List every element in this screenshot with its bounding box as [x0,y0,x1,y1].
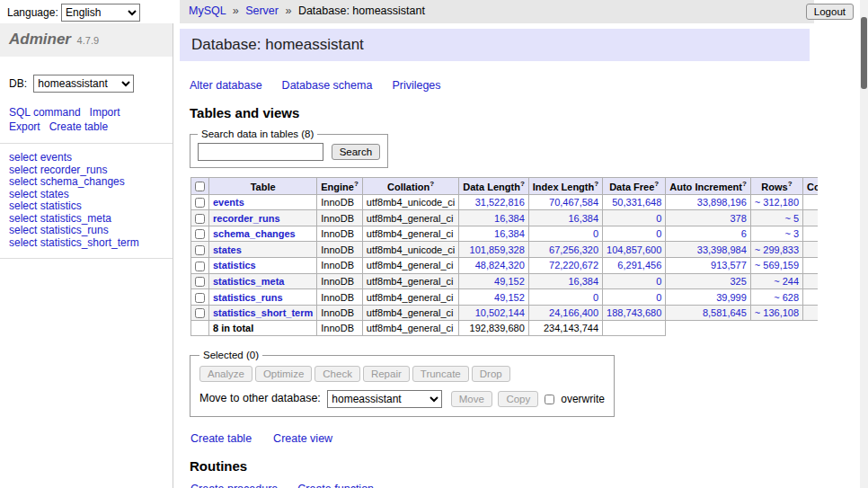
sidebar-table-link[interactable]: select statistics [9,200,164,213]
search-button[interactable]: Search [332,144,380,160]
data-free-cell: 0 [603,210,666,226]
rows-count-cell[interactable]: ~ 3 [750,226,802,242]
db-select[interactable]: homeassistant [33,75,134,93]
table-header-row: TableEngine?Collation?Data Length?Index … [191,178,819,195]
breadcrumb-server-link[interactable]: Server [245,4,279,17]
routine-link[interactable]: Create function [297,483,374,488]
language-select[interactable]: English [61,4,140,22]
rows-count-cell[interactable]: ~ 312,180 [750,194,802,210]
data-length-cell[interactable]: 16,384 [459,226,528,242]
column-header[interactable]: Index Length? [528,178,602,195]
selected-action-button[interactable]: Drop [472,366,510,382]
total-collation: utf8mb4_general_ci [362,321,458,336]
row-checkbox[interactable] [195,293,205,303]
index-length-cell[interactable]: 70,467,584 [528,194,602,210]
database-action-link[interactable]: Alter database [190,79,262,92]
rows-count-cell[interactable]: ~ 244 [750,273,802,289]
database-action-link[interactable]: Privileges [392,79,440,92]
select-all-checkbox[interactable] [195,182,205,191]
engine-cell: InnoDB [317,289,363,306]
row-checkbox[interactable] [195,229,205,239]
rows-count-cell[interactable]: ~ 136,108 [750,305,802,321]
index-length-cell[interactable]: 24,166,400 [528,305,602,321]
search-input[interactable] [198,143,323,161]
row-checkbox[interactable] [195,198,205,208]
selected-action-button[interactable]: Truncate [412,366,469,382]
column-header[interactable]: Auto Increment? [666,178,751,195]
scrollbar-thumb[interactable] [861,17,867,89]
sidebar-link[interactable]: Import [90,105,120,120]
rows-count-cell[interactable]: ~ 5 [750,210,802,226]
selected-action-button[interactable]: Check [314,366,360,382]
sidebar-table-link[interactable]: select recorder_runs [9,164,164,177]
sidebar-link[interactable]: Export [9,120,40,134]
column-header[interactable]: Collation? [362,178,458,195]
table-name-link[interactable]: states [213,244,242,255]
move-database-select[interactable]: homeassistant [327,390,442,408]
selected-action-button[interactable]: Repair [363,366,410,382]
create-link[interactable]: Create view [273,432,332,445]
table-name-link[interactable]: recorder_runs [213,213,280,224]
index-length-cell[interactable]: 67,256,320 [528,242,602,258]
breadcrumb-mysql-link[interactable]: MySQL [189,4,226,17]
data-length-cell[interactable]: 48,824,320 [459,258,528,274]
index-length-cell[interactable]: 16,384 [528,273,602,289]
data-length-cell[interactable]: 49,152 [459,289,528,306]
data-length-cell[interactable]: 31,522,816 [459,194,528,210]
column-header[interactable]: Comment? [803,178,818,195]
table-name-link[interactable]: events [213,197,244,208]
selected-action-button[interactable]: Analyze [199,366,252,382]
copy-button[interactable]: Copy [498,391,538,407]
column-header[interactable]: Data Length? [459,178,528,195]
table-name-link[interactable]: statistics_runs [213,292,283,303]
app-name-link[interactable]: Adminer [9,31,71,48]
data-length-cell[interactable]: 16,384 [459,210,528,226]
breadcrumb: MySQL » Server » Database: homeassistant [180,0,814,23]
rows-count-cell[interactable]: ~ 569,159 [750,258,802,274]
overwrite-label[interactable]: overwrite [561,393,605,405]
move-button[interactable]: Move [451,391,492,407]
table-name-link[interactable]: schema_changes [213,228,296,239]
table-name-link[interactable]: statistics_short_term [213,307,313,318]
database-action-link[interactable]: Database schema [282,79,373,92]
row-checkbox[interactable] [195,277,205,287]
data-length-cell[interactable]: 49,152 [459,273,528,289]
sidebar-table-link[interactable]: select schema_changes [9,176,164,189]
sidebar-table-link[interactable]: select states [9,189,164,201]
index-length-cell[interactable]: 0 [528,226,602,242]
sidebar-link[interactable]: Create table [49,120,108,134]
rows-count-cell[interactable]: ~ 628 [750,289,802,306]
sidebar-table-link[interactable]: select statistics_short_term [9,237,164,250]
sidebar-table-link[interactable]: select statistics_meta [9,213,164,226]
row-checkbox[interactable] [195,262,205,271]
collation-cell: utf8mb4_general_ci [362,226,458,242]
selected-action-button[interactable]: Optimize [255,366,312,382]
column-header[interactable]: Rows? [750,178,802,195]
table-row: statistics_meta InnoDB utf8mb4_general_c… [191,273,819,289]
table-name-link[interactable]: statistics_meta [213,276,285,287]
row-checkbox[interactable] [195,308,205,318]
column-header[interactable]: Table [209,178,317,195]
collation-cell: utf8mb4_unicode_ci [362,194,458,210]
column-header[interactable]: Engine? [317,178,363,195]
create-link[interactable]: Create table [190,432,252,445]
rows-count-cell[interactable]: ~ 299,833 [750,242,802,258]
index-length-cell[interactable]: 0 [528,289,602,306]
row-checkbox[interactable] [195,245,205,255]
data-length-cell[interactable]: 10,502,144 [459,305,528,321]
routine-link[interactable]: Create procedure [190,483,278,488]
scrollbar[interactable] [860,0,868,488]
auto-increment-cell: 33,898,196 [666,194,751,210]
sidebar-table-link[interactable]: select events [9,152,164,164]
sidebar-table-link[interactable]: select statistics_runs [9,225,164,237]
overwrite-checkbox[interactable] [545,395,554,404]
data-length-cell[interactable]: 101,859,328 [459,242,528,258]
column-header[interactable]: Data Free? [603,178,666,195]
index-length-cell[interactable]: 72,220,672 [528,258,602,274]
logout-button[interactable]: Logout [806,4,854,20]
row-checkbox[interactable] [195,214,205,224]
auto-increment-cell: 6 [666,226,751,242]
table-name-link[interactable]: statistics [213,260,256,271]
index-length-cell[interactable]: 16,384 [528,210,602,226]
sidebar-link[interactable]: SQL command [9,105,81,120]
